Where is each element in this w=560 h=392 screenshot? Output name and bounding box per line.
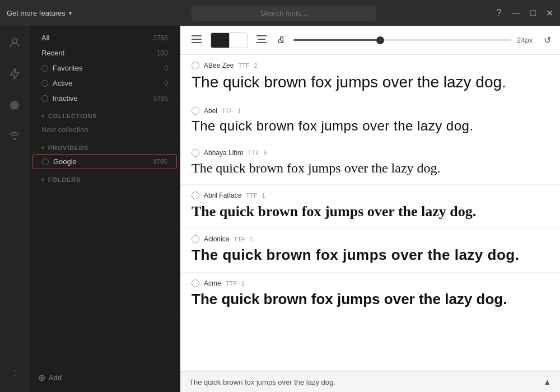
font-format-abee-zee: TTF — [238, 62, 249, 69]
bottom-bar-arrow-icon[interactable]: ▲ — [543, 377, 551, 386]
svg-point-0 — [12, 39, 17, 43]
all-label: All — [41, 34, 153, 42]
bottom-bar-text: The quick brown fox jumps over the lazy … — [189, 378, 335, 386]
new-collection-button[interactable]: New collection — [32, 122, 177, 137]
font-meta-acme: Acme TTF 1 — [192, 279, 549, 287]
font-name-abhaya-libre: Abhaya Libre — [204, 149, 244, 157]
google-radio-icon — [42, 158, 49, 165]
active-count: 0 — [164, 80, 168, 87]
inactive-label: Inactive — [53, 94, 153, 102]
font-variants-acme: 1 — [241, 280, 245, 287]
font-preview-abee-zee: The quick brown fox jumps over the lazy … — [192, 73, 549, 92]
svg-rect-7 — [192, 39, 202, 40]
inactive-count: 3795 — [153, 95, 168, 102]
font-item-acme[interactable]: Acme TTF 1 The quick brown fox jumps ove… — [180, 273, 560, 316]
sidebar-item-active[interactable]: Active 0 — [32, 76, 177, 90]
inactive-radio-icon — [41, 95, 48, 102]
more-icon[interactable]: ⋮ — [10, 368, 20, 381]
close-icon[interactable]: ✕ — [546, 8, 553, 18]
favorites-radio-icon — [41, 65, 48, 72]
font-radio-acme — [192, 279, 199, 287]
font-format-abhaya-libre: TTF — [248, 150, 259, 156]
font-meta-abril-fatface: Abril Fatface TTF 1 — [192, 192, 549, 199]
font-item-aclonica[interactable]: Aclonica TTF 1 The quick brown fox jumps… — [180, 228, 560, 272]
size-slider[interactable] — [293, 39, 511, 41]
svg-rect-11 — [256, 42, 267, 43]
black-swatch — [211, 32, 229, 48]
active-radio-icon — [41, 80, 48, 87]
font-preview-abril-fatface: The quick brown fox jumps over the lazy … — [192, 203, 549, 220]
right-panel: & 24px ↺ ABee Zee TTF 2 — [180, 26, 560, 392]
font-name-aclonica: Aclonica — [204, 235, 229, 243]
svg-point-5 — [13, 138, 16, 140]
sidebar-item-all[interactable]: All 3795 — [32, 31, 177, 45]
favorites-count: 0 — [164, 64, 168, 72]
folders-label: FOLDERS — [48, 176, 81, 183]
recent-count: 100 — [157, 49, 168, 57]
toolbar: & 24px ↺ — [180, 26, 560, 55]
person-icon[interactable] — [4, 32, 25, 53]
providers-arrow-icon: ▾ — [41, 145, 45, 151]
font-meta-abhaya-libre: Abhaya Libre TTF 5 — [192, 149, 549, 157]
folders-arrow-icon: ▾ — [41, 177, 45, 183]
get-more-features-label: Get more features — [7, 9, 66, 17]
left-panel: All 3795 Recent 100 Favorites 0 Active 0… — [29, 26, 180, 392]
font-name-abril-fatface: Abril Fatface — [204, 192, 241, 199]
font-preview-aclonica: The quick brown fox jumps over the lazy … — [192, 246, 549, 264]
white-swatch — [229, 32, 247, 48]
maximize-icon[interactable]: □ — [530, 8, 536, 18]
svg-rect-9 — [256, 35, 267, 36]
add-label: Add — [49, 374, 62, 382]
color-swatch[interactable] — [211, 32, 248, 48]
font-meta-abee-zee: ABee Zee TTF 2 — [192, 62, 549, 69]
add-button[interactable]: ⊕ Add — [29, 363, 180, 388]
font-item-abel[interactable]: Abel TTF 1 The quick brown fox jumps ove… — [180, 100, 560, 143]
collections-arrow-icon: ▾ — [41, 113, 45, 119]
font-preview-abel: The quick brown fox jumps over the lazy … — [192, 118, 549, 134]
help-icon[interactable]: ? — [496, 8, 501, 18]
radio-wave-icon[interactable] — [4, 127, 25, 147]
font-variants-abhaya-libre: 5 — [264, 150, 267, 156]
font-format-abril-fatface: TTF — [246, 192, 257, 199]
minimize-icon[interactable]: — — [511, 8, 520, 18]
search-input[interactable] — [192, 6, 376, 21]
font-format-aclonica: TTF — [234, 236, 245, 242]
google-label: Google — [53, 157, 152, 166]
font-item-abril-fatface[interactable]: Abril Fatface TTF 1 The quick brown fox … — [180, 185, 560, 228]
font-radio-abril-fatface — [192, 192, 199, 199]
list-view-icon[interactable] — [189, 33, 204, 48]
size-slider-container: 24px — [293, 36, 537, 44]
slider-fill — [293, 39, 381, 41]
get-more-features-button[interactable]: Get more features ▾ — [7, 9, 72, 17]
provider-google[interactable]: Google 3795 — [32, 154, 177, 169]
font-format-acme: TTF — [226, 280, 237, 287]
providers-header[interactable]: ▾ PROVIDERS — [32, 140, 177, 153]
font-size-label: 24px — [517, 36, 537, 44]
google-count: 3795 — [152, 158, 167, 166]
titlebar-center — [72, 6, 497, 21]
sidebar-item-recent[interactable]: Recent 100 — [32, 46, 177, 60]
folders-header[interactable]: ▾ FOLDERS — [32, 172, 177, 185]
font-item-abhaya-libre[interactable]: Abhaya Libre TTF 5 The quick brown fox j… — [180, 142, 560, 185]
font-name-abel: Abel — [204, 107, 217, 115]
align-icon[interactable] — [254, 33, 269, 48]
sidebar-item-favorites[interactable]: Favorites 0 — [32, 61, 177, 75]
font-variants-abril-fatface: 1 — [262, 192, 265, 199]
font-name-abee-zee: ABee Zee — [204, 62, 234, 69]
svg-rect-10 — [258, 39, 265, 40]
atom-icon[interactable] — [4, 95, 25, 115]
svg-rect-8 — [192, 42, 202, 43]
lightning-icon[interactable] — [4, 64, 25, 84]
font-radio-abel — [192, 107, 199, 115]
sidebar-item-inactive[interactable]: Inactive 3795 — [32, 91, 177, 105]
icon-sidebar: ⋮ — [0, 26, 29, 392]
font-format-abel: TTF — [222, 108, 233, 114]
ampersand-icon[interactable]: & — [276, 32, 287, 48]
refresh-icon[interactable]: ↺ — [544, 35, 551, 45]
font-radio-aclonica — [192, 235, 199, 243]
collections-header[interactable]: ▾ COLLECTIONS — [32, 108, 177, 122]
font-item-abee-zee[interactable]: ABee Zee TTF 2 The quick brown fox jumps… — [180, 55, 560, 100]
collections-label: COLLECTIONS — [48, 113, 97, 119]
titlebar: Get more features ▾ ? — □ ✕ — [0, 0, 560, 26]
font-radio-abhaya-libre — [192, 149, 199, 157]
